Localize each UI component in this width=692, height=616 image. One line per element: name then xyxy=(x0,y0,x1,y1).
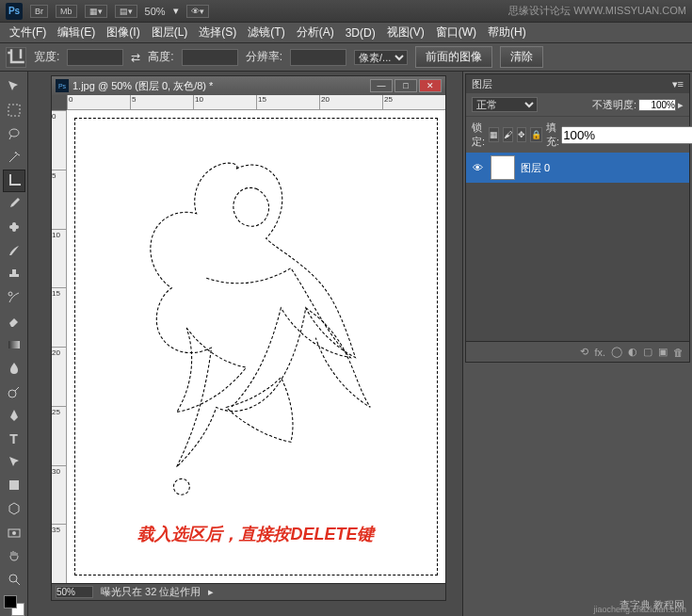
maximize-button[interactable]: □ xyxy=(394,79,417,92)
close-button[interactable]: ✕ xyxy=(419,79,442,92)
menu-help[interactable]: 帮助(H) xyxy=(482,24,532,41)
svg-rect-0 xyxy=(8,105,20,116)
pen-tool[interactable] xyxy=(3,404,25,427)
adjustment-icon[interactable]: ◐ xyxy=(628,346,637,358)
type-tool[interactable]: T xyxy=(3,428,25,450)
opacity-input[interactable] xyxy=(638,99,676,111)
healing-tool[interactable] xyxy=(3,216,25,238)
ruler-vertical: 05101520253035 xyxy=(52,110,67,583)
visibility-icon[interactable]: 👁 xyxy=(470,160,485,175)
crop-tool-icon[interactable] xyxy=(6,47,26,68)
menu-edit[interactable]: 编辑(E) xyxy=(52,24,101,41)
lock-transparent-icon[interactable]: ▦ xyxy=(489,127,499,142)
svg-rect-5 xyxy=(8,341,20,349)
document-status-bar: 曝光只在 32 位起作用 ▸ xyxy=(52,583,445,600)
panel-menu-icon[interactable]: ▾≡ xyxy=(672,78,684,90)
zoom-tool[interactable] xyxy=(3,568,25,591)
3d-tool[interactable] xyxy=(3,497,25,520)
document-window: Ps 1.jpg @ 50% (图层 0, 灰色/8) * — □ ✕ 0510… xyxy=(51,75,446,601)
fill-input[interactable] xyxy=(561,126,692,144)
history-brush-tool[interactable] xyxy=(3,286,25,309)
svg-point-9 xyxy=(12,531,16,535)
path-select-tool[interactable] xyxy=(3,451,25,474)
marquee-tool[interactable] xyxy=(3,99,25,122)
hand-tool[interactable] xyxy=(3,544,25,567)
status-arrow-icon[interactable]: ▸ xyxy=(208,586,214,598)
crop-tool[interactable] xyxy=(3,170,25,192)
stamp-tool[interactable] xyxy=(3,263,25,285)
layer-list: 👁 图层 0 xyxy=(466,153,689,341)
height-input[interactable] xyxy=(182,49,238,66)
menu-layer[interactable]: 图层(L) xyxy=(146,24,194,41)
status-zoom-input[interactable] xyxy=(56,586,93,598)
layers-panel-footer: ⟲ fx. ◯ ◐ ▢ ▣ 🗑 xyxy=(466,341,689,362)
blur-tool[interactable] xyxy=(3,357,25,380)
mask-icon[interactable]: ◯ xyxy=(611,346,622,358)
canvas[interactable]: 载入选区后，直接按DELETE键 xyxy=(67,110,445,583)
gradient-tool[interactable] xyxy=(3,333,25,356)
link-layers-icon[interactable]: ⟲ xyxy=(580,346,588,358)
brush-tool[interactable] xyxy=(3,239,25,262)
svg-rect-7 xyxy=(9,480,19,490)
svg-point-4 xyxy=(8,292,12,296)
delete-layer-icon[interactable]: 🗑 xyxy=(673,347,684,358)
foreground-color[interactable] xyxy=(4,595,17,608)
menu-window[interactable]: 窗口(W) xyxy=(430,24,482,41)
status-message: 曝光只在 32 位起作用 xyxy=(101,585,201,599)
swap-icon[interactable]: ⇄ xyxy=(131,51,140,64)
svg-point-10 xyxy=(9,575,17,582)
menu-3d[interactable]: 3D(D) xyxy=(340,26,381,40)
front-image-button[interactable]: 前面的图像 xyxy=(415,46,492,68)
lasso-tool[interactable] xyxy=(3,122,25,145)
lock-all-icon[interactable]: 🔒 xyxy=(530,127,542,142)
wand-tool[interactable] xyxy=(3,146,25,169)
right-panel-area: 图层 ▾≡ 正常 不透明度: ▸ 锁定: ▦ 🖌 ✥ 🔒 填充: xyxy=(462,72,692,616)
toolbox: T xyxy=(0,72,28,616)
zoom-dropdown-icon[interactable]: ▾ xyxy=(173,5,179,17)
resolution-input[interactable] xyxy=(290,49,346,66)
svg-point-1 xyxy=(9,129,19,137)
screen-mode-button[interactable]: ▦▾ xyxy=(85,5,107,18)
menu-analysis[interactable]: 分析(A) xyxy=(291,24,340,41)
move-tool[interactable] xyxy=(3,75,25,98)
opacity-dropdown-icon[interactable]: ▸ xyxy=(678,99,684,111)
zoom-level[interactable]: 50% xyxy=(145,6,166,17)
menu-file[interactable]: 文件(F) xyxy=(4,24,52,41)
menu-bar: 文件(F) 编辑(E) 图像(I) 图层(L) 选择(S) 滤镜(T) 分析(A… xyxy=(0,23,692,43)
minibridge-button[interactable]: Mb xyxy=(56,5,77,18)
site-watermark-url: jiaocheng.chazidian.com xyxy=(593,605,686,614)
view-extras-button[interactable]: 👁▾ xyxy=(186,5,209,18)
color-swatch[interactable] xyxy=(4,595,24,616)
shape-tool[interactable] xyxy=(3,474,25,496)
menu-select[interactable]: 选择(S) xyxy=(193,24,242,41)
new-layer-icon[interactable]: ▣ xyxy=(658,346,668,358)
eraser-tool[interactable] xyxy=(3,310,25,332)
unit-select[interactable]: 像素/... xyxy=(354,50,408,65)
folder-icon[interactable]: ▢ xyxy=(643,346,652,358)
document-titlebar[interactable]: Ps 1.jpg @ 50% (图层 0, 灰色/8) * — □ ✕ xyxy=(52,76,445,95)
layer-row[interactable]: 👁 图层 0 xyxy=(466,153,689,183)
opacity-label: 不透明度: xyxy=(592,98,636,112)
lock-position-icon[interactable]: ✥ xyxy=(517,127,526,142)
menu-image[interactable]: 图像(I) xyxy=(101,24,145,41)
menu-view[interactable]: 视图(V) xyxy=(381,24,430,41)
eyedropper-tool[interactable] xyxy=(3,193,25,216)
fx-icon[interactable]: fx. xyxy=(594,347,605,358)
dodge-tool[interactable] xyxy=(3,381,25,403)
blend-mode-select[interactable]: 正常 xyxy=(472,97,538,112)
ps-logo: Ps xyxy=(6,3,23,20)
arrange-button[interactable]: ▤▾ xyxy=(115,5,137,18)
lock-pixels-icon[interactable]: 🖌 xyxy=(503,127,513,142)
layer-thumbnail[interactable] xyxy=(491,155,515,180)
bridge-button[interactable]: Br xyxy=(30,5,48,18)
minimize-button[interactable]: — xyxy=(370,79,393,92)
layers-tab[interactable]: 图层 xyxy=(472,77,492,91)
tutorial-annotation: 载入选区后，直接按DELETE键 xyxy=(137,523,374,545)
width-input[interactable] xyxy=(67,49,123,66)
layer-name[interactable]: 图层 0 xyxy=(521,161,550,175)
titlebar-credit: 思缘设计论坛 WWW.MISSYUAN.COM xyxy=(508,4,686,18)
clear-button[interactable]: 清除 xyxy=(500,46,543,68)
menu-filter[interactable]: 滤镜(T) xyxy=(242,24,290,41)
svg-rect-3 xyxy=(12,222,16,232)
camera-tool[interactable] xyxy=(3,521,25,543)
